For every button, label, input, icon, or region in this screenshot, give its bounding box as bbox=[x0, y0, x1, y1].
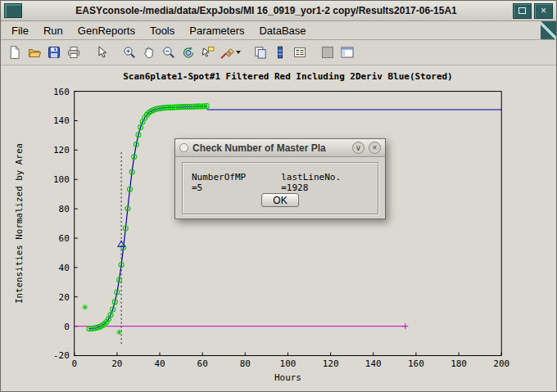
open-folder-button[interactable] bbox=[25, 43, 44, 62]
zoom-out-icon bbox=[161, 45, 176, 60]
pan-button[interactable] bbox=[139, 43, 159, 62]
menu-item-run[interactable]: Run bbox=[36, 23, 70, 38]
x-tick-label: 0 bbox=[71, 358, 77, 369]
toolbar-group bbox=[92, 43, 111, 62]
dialog-icon bbox=[179, 143, 188, 152]
x-tick-label: 160 bbox=[408, 358, 424, 369]
hide-plot-tools-icon bbox=[320, 45, 335, 60]
window-title: EASYconsole-/media/data/ExpJobs/MI 16_09… bbox=[22, 5, 510, 16]
dialog-title: Check Number of Master Pla bbox=[192, 142, 348, 154]
menu-item-genreports[interactable]: GenReports bbox=[70, 23, 143, 38]
series-outlier-points-marker bbox=[83, 304, 88, 309]
x-tick-label: 180 bbox=[451, 358, 467, 369]
dialog-content-panel: NumberOfMP =5 lastLineNo. =1928 OK bbox=[182, 162, 378, 214]
menu-item-tools[interactable]: Tools bbox=[143, 23, 182, 38]
y-tick-label: -20 bbox=[53, 351, 70, 362]
window-minimize-button[interactable] bbox=[513, 3, 532, 19]
y-tick-label: 160 bbox=[53, 87, 70, 97]
y-tick-label: 60 bbox=[59, 233, 70, 244]
menu-bar: FileRunGenReportsToolsParametersDataBase bbox=[1, 21, 556, 40]
insert-colorbar-icon bbox=[273, 45, 288, 60]
chart-title: Scan6plate1-Spot#1 Filtered Red Includin… bbox=[123, 71, 452, 82]
brush-dropdown-icon[interactable] bbox=[236, 51, 241, 54]
axes-box bbox=[75, 92, 501, 356]
hide-plot-tools-button[interactable] bbox=[318, 43, 337, 62]
new-file-icon bbox=[7, 45, 22, 60]
print-icon bbox=[66, 45, 81, 60]
y-tick-label: 100 bbox=[53, 174, 70, 185]
rotate-3d-button[interactable] bbox=[179, 43, 198, 62]
menu-grip-icon bbox=[541, 21, 556, 39]
dialog-message: NumberOfMP =5 lastLineNo. =1928 bbox=[190, 172, 370, 193]
dialog-ok-button[interactable]: OK bbox=[261, 193, 299, 207]
dialog-titlebar[interactable]: Check Number of Master Pla ∨ × bbox=[175, 139, 385, 157]
dialog-collapse-button[interactable]: ∨ bbox=[352, 142, 365, 154]
save-icon bbox=[47, 45, 61, 60]
brush-icon bbox=[220, 45, 234, 60]
rotate-3d-icon bbox=[181, 45, 196, 60]
toolbar-group bbox=[120, 43, 242, 62]
x-tick-label: 60 bbox=[197, 358, 208, 369]
app-icon[interactable] bbox=[4, 3, 22, 18]
menu-item-file[interactable]: File bbox=[4, 23, 36, 38]
data-cursor-icon bbox=[201, 45, 215, 60]
menu-item-parameters[interactable]: Parameters bbox=[182, 23, 251, 38]
x-tick-label: 200 bbox=[493, 358, 509, 369]
window-close-button[interactable]: × bbox=[534, 3, 553, 19]
y-axis-label: Intensities Normalized by Area bbox=[14, 143, 25, 304]
print-button[interactable] bbox=[64, 43, 84, 62]
insert-legend-button[interactable] bbox=[290, 43, 310, 62]
figure-area: 020406080100120140160180200-200204060801… bbox=[1, 65, 556, 391]
x-tick-label: 40 bbox=[154, 358, 165, 369]
data-cursor-button[interactable] bbox=[198, 43, 218, 62]
y-tick-label: 0 bbox=[64, 322, 70, 332]
show-plot-tools-icon bbox=[340, 45, 355, 60]
new-file-button[interactable] bbox=[5, 43, 25, 62]
y-tick-label: 140 bbox=[53, 115, 70, 126]
x-tick-label: 100 bbox=[280, 358, 297, 369]
y-tick-label: 120 bbox=[53, 145, 70, 155]
y-tick-label: 20 bbox=[59, 292, 70, 303]
series-baseline-end-marker bbox=[402, 323, 408, 329]
minimize-icon bbox=[519, 7, 526, 14]
brush-button[interactable] bbox=[218, 43, 242, 62]
toolbar-group bbox=[5, 43, 84, 62]
toolbar bbox=[1, 40, 556, 65]
zoom-in-icon bbox=[122, 45, 137, 60]
close-icon: × bbox=[541, 6, 546, 16]
series-outlier-points-marker bbox=[116, 330, 121, 335]
x-tick-label: 140 bbox=[365, 358, 382, 369]
x-tick-label: 80 bbox=[240, 358, 251, 369]
show-plot-tools-button[interactable] bbox=[337, 43, 357, 62]
zoom-out-button[interactable] bbox=[159, 43, 179, 62]
pan-icon bbox=[142, 45, 156, 60]
edit-plot-button[interactable] bbox=[92, 43, 111, 62]
y-tick-label: 40 bbox=[59, 263, 70, 273]
zoom-in-button[interactable] bbox=[120, 43, 139, 62]
insert-legend-icon bbox=[292, 45, 307, 60]
x-tick-label: 20 bbox=[111, 358, 122, 369]
y-tick-label: 80 bbox=[59, 204, 70, 214]
toolbar-group bbox=[251, 43, 310, 62]
menu-item-database[interactable]: DataBase bbox=[251, 23, 313, 38]
insert-colorbar-button[interactable] bbox=[270, 43, 290, 62]
open-folder-icon bbox=[27, 45, 42, 60]
dialog-field-lastlineno: lastLineNo. =1928 bbox=[281, 172, 370, 193]
save-button[interactable] bbox=[44, 43, 64, 62]
app-window: EASYconsole-/media/data/ExpJobs/MI 16_09… bbox=[0, 0, 557, 392]
dialog-field-numberofmp: NumberOfMP =5 bbox=[192, 172, 260, 193]
dialog-check-number-of-master-plates: Check Number of Master Pla ∨ × NumberOfM… bbox=[174, 138, 386, 219]
dialog-close-button[interactable]: × bbox=[369, 142, 381, 154]
copy-figure-icon bbox=[253, 45, 268, 60]
chart-svg[interactable]: 020406080100120140160180200-200204060801… bbox=[1, 65, 556, 391]
x-axis-label: Hours bbox=[274, 372, 301, 383]
titlebar[interactable]: EASYconsole-/media/data/ExpJobs/MI 16_09… bbox=[1, 1, 556, 21]
x-tick-label: 120 bbox=[323, 358, 339, 369]
edit-plot-icon bbox=[94, 45, 109, 60]
copy-figure-button[interactable] bbox=[251, 43, 270, 62]
toolbar-group bbox=[318, 43, 357, 62]
